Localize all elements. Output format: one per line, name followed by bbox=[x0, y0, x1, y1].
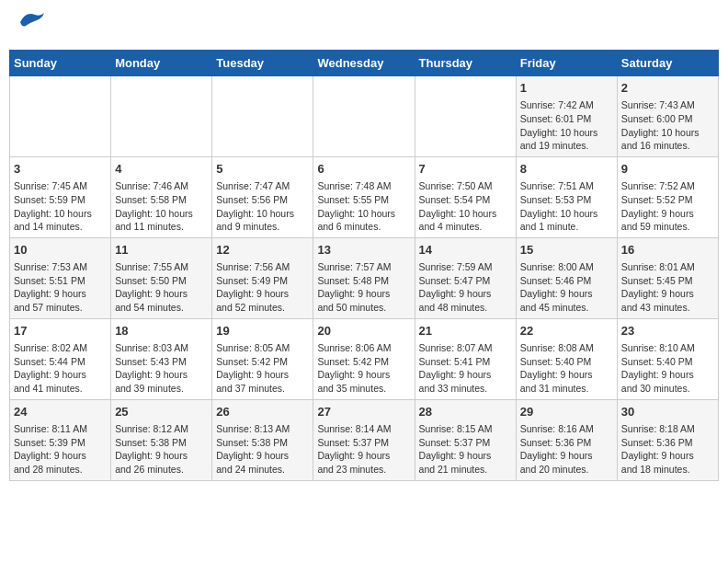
day-number: 23 bbox=[621, 323, 714, 339]
day-info-line: and 50 minutes. bbox=[317, 301, 410, 315]
day-info-line: Sunrise: 7:51 AM bbox=[520, 179, 613, 193]
day-info-line: Daylight: 9 hours bbox=[317, 368, 410, 382]
day-number: 10 bbox=[14, 242, 107, 259]
day-info-line: Daylight: 9 hours bbox=[216, 287, 309, 301]
day-info-line: and 24 minutes. bbox=[216, 463, 309, 477]
day-info-line: Sunset: 5:44 PM bbox=[14, 355, 107, 369]
day-info-line: and 19 minutes. bbox=[520, 139, 613, 153]
day-info-line: Sunrise: 7:56 AM bbox=[216, 260, 309, 274]
day-info-line: and 41 minutes. bbox=[14, 382, 107, 396]
day-number: 17 bbox=[14, 323, 107, 339]
day-info-line: Sunset: 5:38 PM bbox=[115, 436, 208, 450]
day-info-line: Daylight: 9 hours bbox=[14, 368, 107, 382]
day-number: 18 bbox=[115, 323, 208, 339]
day-info-line: Sunset: 5:36 PM bbox=[520, 436, 613, 450]
day-info-line: Daylight: 10 hours bbox=[621, 126, 714, 140]
header bbox=[9, 9, 719, 42]
day-info-line: Daylight: 9 hours bbox=[419, 368, 512, 382]
day-info-line: Daylight: 9 hours bbox=[621, 207, 714, 221]
day-number: 3 bbox=[14, 161, 107, 178]
day-info-line: Sunset: 5:37 PM bbox=[419, 436, 512, 450]
logo-bird-icon bbox=[17, 9, 46, 33]
calendar-cell: 29Sunrise: 8:16 AMSunset: 5:36 PMDayligh… bbox=[516, 399, 617, 480]
day-info-line: Sunset: 5:43 PM bbox=[115, 355, 208, 369]
day-info-line: and 1 minute. bbox=[520, 220, 613, 234]
day-info-line: Sunset: 5:51 PM bbox=[14, 274, 107, 288]
day-info-line: and 30 minutes. bbox=[621, 382, 714, 396]
day-info-line: Daylight: 10 hours bbox=[115, 207, 208, 221]
day-info-line: Sunrise: 8:03 AM bbox=[115, 341, 208, 355]
day-number: 19 bbox=[216, 323, 309, 339]
day-info-line: and 31 minutes. bbox=[520, 382, 613, 396]
day-info-line: and 37 minutes. bbox=[216, 382, 309, 396]
day-info-line: Daylight: 10 hours bbox=[520, 126, 613, 140]
calendar-cell: 3Sunrise: 7:45 AMSunset: 5:59 PMDaylight… bbox=[10, 156, 111, 237]
day-info-line: Daylight: 9 hours bbox=[115, 368, 208, 382]
week-row-5: 24Sunrise: 8:11 AMSunset: 5:39 PMDayligh… bbox=[10, 399, 719, 480]
day-info-line: Daylight: 9 hours bbox=[621, 368, 714, 382]
day-info-line: Sunset: 5:42 PM bbox=[216, 355, 309, 369]
calendar-cell: 1Sunrise: 7:42 AMSunset: 6:01 PMDaylight… bbox=[516, 76, 617, 157]
day-info-line: Sunrise: 8:06 AM bbox=[317, 341, 410, 355]
day-number: 25 bbox=[115, 404, 208, 420]
day-info-line: and 9 minutes. bbox=[216, 220, 309, 234]
day-number: 24 bbox=[14, 404, 107, 420]
calendar-cell: 30Sunrise: 8:18 AMSunset: 5:36 PMDayligh… bbox=[617, 399, 718, 480]
day-info-line: and 28 minutes. bbox=[14, 463, 107, 477]
day-info-line: and 45 minutes. bbox=[520, 301, 613, 315]
day-info-line: Sunset: 5:47 PM bbox=[419, 274, 512, 288]
calendar-cell: 24Sunrise: 8:11 AMSunset: 5:39 PMDayligh… bbox=[10, 399, 111, 480]
calendar-cell: 28Sunrise: 8:15 AMSunset: 5:37 PMDayligh… bbox=[415, 399, 516, 480]
calendar-cell: 14Sunrise: 7:59 AMSunset: 5:47 PMDayligh… bbox=[415, 237, 516, 318]
column-header-wednesday: Wednesday bbox=[313, 51, 415, 76]
calendar-cell: 18Sunrise: 8:03 AMSunset: 5:43 PMDayligh… bbox=[111, 318, 212, 399]
day-info-line: Sunset: 5:40 PM bbox=[520, 355, 613, 369]
day-info-line: Sunset: 5:39 PM bbox=[14, 436, 107, 450]
day-info-line: Sunset: 5:42 PM bbox=[317, 355, 410, 369]
day-info-line: Sunrise: 8:00 AM bbox=[520, 260, 613, 274]
day-info-line: Sunrise: 7:42 AM bbox=[520, 98, 613, 112]
calendar-cell: 27Sunrise: 8:14 AMSunset: 5:37 PMDayligh… bbox=[313, 399, 415, 480]
day-info-line: Daylight: 9 hours bbox=[115, 449, 208, 463]
day-info-line: Sunrise: 7:52 AM bbox=[621, 179, 714, 193]
day-info-line: Sunrise: 8:07 AM bbox=[419, 341, 512, 355]
day-info-line: Daylight: 9 hours bbox=[419, 287, 512, 301]
day-info-line: Daylight: 9 hours bbox=[621, 449, 714, 463]
day-info-line: Sunrise: 8:14 AM bbox=[317, 422, 410, 436]
day-info-line: Sunrise: 8:01 AM bbox=[621, 260, 714, 274]
day-info-line: Sunset: 5:41 PM bbox=[419, 355, 512, 369]
day-number: 15 bbox=[520, 242, 613, 259]
day-info-line: and 33 minutes. bbox=[419, 382, 512, 396]
calendar-cell: 21Sunrise: 8:07 AMSunset: 5:41 PMDayligh… bbox=[415, 318, 516, 399]
calendar-cell: 22Sunrise: 8:08 AMSunset: 5:40 PMDayligh… bbox=[516, 318, 617, 399]
calendar-cell bbox=[212, 76, 313, 157]
week-row-4: 17Sunrise: 8:02 AMSunset: 5:44 PMDayligh… bbox=[10, 318, 719, 399]
day-info-line: Sunrise: 7:50 AM bbox=[419, 179, 512, 193]
day-info-line: Sunset: 5:52 PM bbox=[621, 193, 714, 207]
calendar-cell: 12Sunrise: 7:56 AMSunset: 5:49 PMDayligh… bbox=[212, 237, 313, 318]
day-info-line: and 57 minutes. bbox=[14, 301, 107, 315]
day-info-line: and 43 minutes. bbox=[621, 301, 714, 315]
day-number: 2 bbox=[621, 80, 714, 97]
day-number: 12 bbox=[216, 242, 309, 259]
day-info-line: and 23 minutes. bbox=[317, 463, 410, 477]
day-info-line: Sunrise: 8:16 AM bbox=[520, 422, 613, 436]
column-header-sunday: Sunday bbox=[10, 51, 111, 76]
day-info-line: Sunrise: 8:02 AM bbox=[14, 341, 107, 355]
day-info-line: Sunset: 5:53 PM bbox=[520, 193, 613, 207]
day-info-line: and 54 minutes. bbox=[115, 301, 208, 315]
day-info-line: Daylight: 9 hours bbox=[317, 287, 410, 301]
day-info-line: Sunset: 5:49 PM bbox=[216, 274, 309, 288]
calendar-cell: 20Sunrise: 8:06 AMSunset: 5:42 PMDayligh… bbox=[313, 318, 415, 399]
week-row-3: 10Sunrise: 7:53 AMSunset: 5:51 PMDayligh… bbox=[10, 237, 719, 318]
day-info-line: Daylight: 10 hours bbox=[520, 207, 613, 221]
calendar-cell: 9Sunrise: 7:52 AMSunset: 5:52 PMDaylight… bbox=[617, 156, 718, 237]
day-info-line: and 21 minutes. bbox=[419, 463, 512, 477]
day-info-line: Sunrise: 7:43 AM bbox=[621, 98, 714, 112]
day-info-line: Sunrise: 8:10 AM bbox=[621, 341, 714, 355]
day-info-line: Sunrise: 8:18 AM bbox=[621, 422, 714, 436]
day-info-line: Sunrise: 7:48 AM bbox=[317, 179, 410, 193]
day-info-line: Sunset: 6:01 PM bbox=[520, 112, 613, 126]
day-number: 6 bbox=[317, 161, 410, 178]
day-info-line: Sunset: 6:00 PM bbox=[621, 112, 714, 126]
